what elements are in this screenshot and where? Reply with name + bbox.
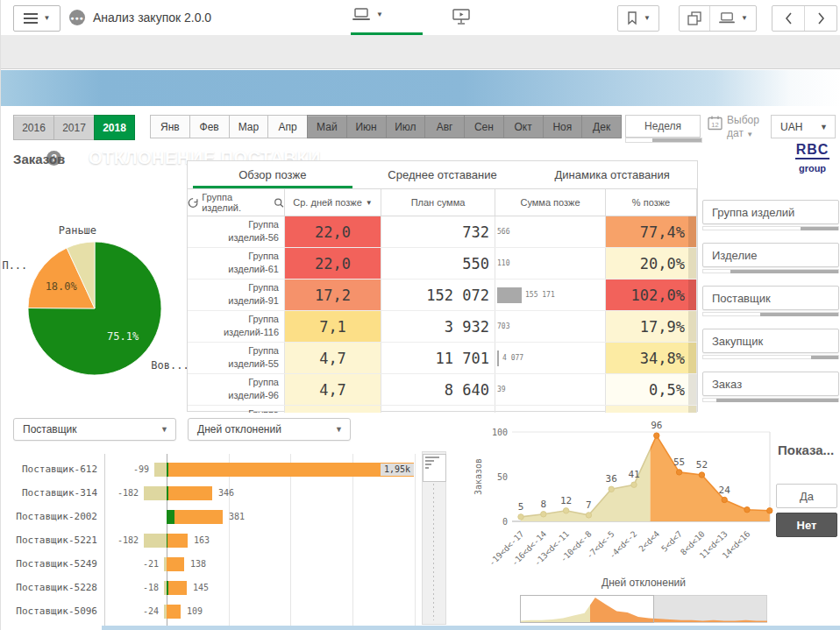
table-row-1[interactable]: Группаизделий-5622,073256677,4% [188, 216, 697, 248]
late-sum-cell[interactable]: 39 [495, 374, 606, 405]
column-header-3[interactable]: План сумма [381, 189, 495, 216]
column-header-1[interactable]: Группа изделий. [188, 189, 285, 216]
group-cell[interactable]: Группаизделий-61 [188, 248, 285, 279]
early-bar[interactable] [154, 463, 167, 477]
month-button-10[interactable]: Окт [503, 115, 544, 138]
group-cell[interactable]: Группаизделий-91 [188, 280, 285, 310]
avg-days-late-cell[interactable]: 7,1 [285, 311, 381, 342]
bar-chart-scroll-minimap[interactable] [422, 451, 446, 625]
avg-days-late-cell[interactable]: 4,2 [285, 406, 381, 413]
column-header-5[interactable]: % позже [606, 189, 697, 216]
search-icon[interactable] [274, 197, 284, 209]
filter-pane-4[interactable]: Закупщик [702, 329, 839, 353]
scroll-thumb[interactable] [716, 399, 838, 402]
sheet-view-button[interactable]: ▼ [352, 7, 383, 23]
avg-days-late-cell[interactable]: 4,7 [285, 374, 381, 405]
month-button-11[interactable]: Ноя [543, 115, 583, 138]
month-button-1[interactable]: Янв [150, 115, 190, 138]
orders-pie-chart[interactable]: 75.1%Вов...18.0%П...Раньше [3, 216, 187, 396]
late-sum-cell[interactable]: 4 077 [495, 343, 606, 373]
column-header-2[interactable]: Ср. дней позже▼ [285, 189, 381, 216]
app-options-icon[interactable]: ●●● [69, 10, 85, 25]
filter-pane-5[interactable]: Заказ [702, 372, 839, 396]
table-row-3[interactable]: Группаизделий-9117,2152 072155 171102,0% [188, 280, 697, 311]
plan-sum-cell[interactable]: 732 [381, 216, 495, 247]
sheet-navigator-button[interactable]: ▼ [709, 6, 756, 31]
data-point[interactable] [699, 472, 704, 478]
filter-pane-2[interactable]: Изделие [702, 243, 839, 267]
data-point[interactable] [609, 486, 614, 492]
orders-by-deviation-chart[interactable]: 050100Заказов5-19<d<-178-16<d<-1412-13<d… [448, 412, 790, 596]
pct-late-cell[interactable]: 20,0% [606, 248, 697, 279]
filter-pane-scrollbar-2[interactable] [702, 269, 839, 273]
late-sum-cell[interactable]: 155 171 [495, 280, 606, 310]
filter-pane-3[interactable]: Поставщик [702, 286, 839, 310]
table-tab-2[interactable]: Среднее отставание [358, 161, 528, 188]
avg-days-late-cell[interactable]: 4,7 [285, 343, 381, 373]
month-button-2[interactable]: Фев [189, 115, 230, 138]
month-button-5[interactable]: Май [307, 115, 347, 138]
duplicate-sheet-button[interactable] [680, 6, 709, 31]
plan-sum-cell[interactable]: 152 072 [381, 280, 495, 310]
next-sheet-button[interactable] [804, 6, 836, 31]
table-row-5[interactable]: Группаизделий-554,711 7014 07734,8% [188, 343, 697, 374]
data-point[interactable] [631, 482, 637, 487]
group-cell[interactable]: Группа [188, 406, 285, 413]
group-cell[interactable]: Группаизделий-96 [188, 374, 285, 405]
late-bar[interactable] [174, 510, 223, 524]
deviation-range-minimap[interactable] [520, 595, 767, 624]
column-header-4[interactable]: Сумма позже [495, 189, 606, 216]
data-point[interactable] [676, 470, 681, 475]
minimap-outside-range[interactable] [654, 596, 767, 623]
month-button-3[interactable]: Мар [229, 115, 269, 138]
data-point[interactable] [767, 508, 772, 513]
pct-late-cell[interactable]: 102,0% [606, 280, 697, 310]
pct-late-cell[interactable]: 17,9% [606, 311, 697, 342]
late-bar[interactable] [168, 581, 187, 595]
year-button-2017[interactable]: 2017 [53, 115, 95, 140]
currency-dropdown[interactable]: UAH ▼ [771, 115, 836, 138]
show-yes-button[interactable]: Да [776, 484, 837, 508]
early-bar[interactable] [144, 534, 167, 548]
month-button-7[interactable]: Июл [386, 115, 426, 138]
data-point[interactable] [722, 497, 727, 502]
table-row-6[interactable]: Группаизделий-964,78 640390,5% [188, 374, 697, 406]
late-sum-cell[interactable]: 566 [495, 216, 606, 247]
data-point[interactable] [541, 512, 546, 517]
filter-pane-scrollbar-3[interactable] [702, 312, 839, 316]
avg-days-late-cell[interactable]: 17,2 [285, 280, 381, 310]
group-cell[interactable]: Группаизделий-116 [188, 311, 285, 342]
pct-late-cell[interactable]: 34,8% [606, 343, 697, 373]
scroll-thumb[interactable] [811, 356, 838, 359]
late-bar[interactable] [167, 534, 188, 548]
plan-sum-cell[interactable]: 11 701 [381, 343, 495, 373]
measure-select-deviation-days[interactable]: Дней отклонений▼ [188, 418, 351, 441]
late-bar[interactable] [168, 463, 414, 477]
data-point[interactable] [586, 513, 591, 518]
filter-pane-scrollbar-5[interactable] [702, 398, 839, 402]
month-button-4[interactable]: Апр [267, 115, 308, 138]
presentation-icon[interactable] [452, 8, 471, 25]
data-point[interactable] [744, 507, 750, 513]
filter-pane-1[interactable]: Группа изделий [702, 200, 839, 224]
data-point[interactable] [654, 433, 659, 438]
dimension-select-supplier[interactable]: Поставщик▼ [13, 418, 176, 441]
table-tab-1[interactable]: Обзор позже [188, 161, 358, 188]
plan-sum-cell[interactable]: 8 640 [381, 374, 495, 405]
group-cell[interactable]: Группаизделий-55 [188, 343, 285, 373]
scroll-thumb[interactable] [730, 270, 838, 273]
week-filter[interactable]: Неделя [625, 115, 701, 138]
pct-late-cell[interactable]: 77,4% [606, 216, 697, 247]
scroll-viewport[interactable] [423, 454, 446, 482]
data-point[interactable] [518, 514, 523, 520]
filter-pane-scrollbar-4[interactable] [702, 355, 839, 359]
scroll-thumb[interactable] [801, 227, 838, 230]
filter-pane-scrollbar-1[interactable] [702, 226, 839, 230]
late-sum-cell[interactable]: 703 [495, 311, 606, 342]
table-row-2[interactable]: Группаизделий-6122,055011020,0% [188, 248, 697, 280]
bookmarks-button[interactable]: ▼ [617, 5, 659, 32]
month-button-9[interactable]: Сен [464, 115, 504, 138]
month-button-12[interactable]: Дек [581, 115, 622, 138]
year-button-2016[interactable]: 2016 [13, 115, 54, 140]
late-bar[interactable] [168, 486, 212, 500]
